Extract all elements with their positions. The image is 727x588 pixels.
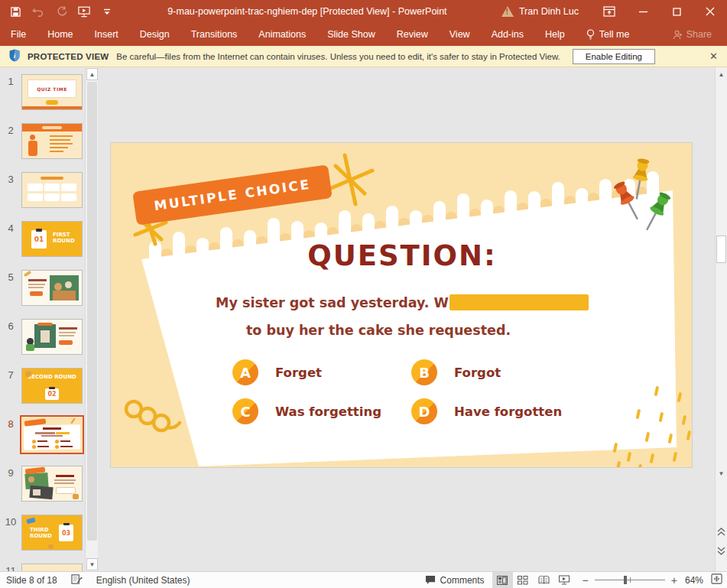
thumbnail-row-2: 2 [0, 123, 98, 172]
tab-slide-show[interactable]: Slide Show [316, 23, 386, 46]
minimize-button[interactable] [626, 0, 660, 23]
thumbnail-row-8: 8 [0, 417, 98, 466]
slide-7-thumbnail[interactable]: SECOND ROUND 02 [21, 368, 83, 404]
normal-view-button[interactable] [492, 572, 513, 588]
enable-editing-button[interactable]: Enable Editing [573, 49, 655, 64]
protected-view-message: Be careful—files from the Internet can c… [116, 52, 560, 61]
option-a-badge: A [232, 359, 258, 385]
reading-view-button[interactable] [534, 572, 554, 588]
tab-add-ins[interactable]: Add-ins [481, 23, 534, 46]
main-vertical-scrollbar[interactable]: ▲ ▼ [715, 67, 727, 571]
scroll-down-icon[interactable]: ▼ [716, 468, 727, 479]
start-slideshow-icon[interactable] [78, 5, 90, 18]
thumbnail-row-5: 5 [0, 270, 98, 319]
slide-11-thumbnail[interactable] [21, 564, 83, 571]
option-b[interactable]: B Forgot [411, 359, 590, 385]
slide-indicator[interactable]: Slide 8 of 18 [6, 575, 57, 586]
next-slide-button[interactable] [716, 543, 727, 558]
scroll-down-icon[interactable]: ▼ [86, 558, 98, 570]
comment-icon [425, 575, 436, 585]
option-b-badge: B [411, 359, 437, 385]
scrollbar-thumb[interactable] [716, 236, 726, 263]
scroll-up-icon[interactable]: ▲ [86, 68, 98, 80]
thumb-title: FIRST ROUND [53, 232, 79, 245]
option-d[interactable]: D Have forgotten [411, 398, 590, 424]
zoom-out-icon[interactable]: − [583, 574, 589, 586]
slide-5-thumbnail[interactable] [21, 270, 83, 306]
status-bar: Slide 8 of 18 English (United States) Co… [0, 571, 727, 588]
option-c-label: Was forgetting [275, 404, 381, 419]
thumbnail-row-1: 1 QUIZ TIME [0, 74, 98, 123]
close-button[interactable] [693, 0, 727, 23]
fit-slide-to-window-icon[interactable] [711, 573, 722, 586]
zoom-slider-thumb[interactable] [624, 576, 627, 584]
slide-6-thumbnail[interactable] [21, 319, 83, 355]
answer-options: A Forget B Forgot C Was forgetting D Hav… [232, 359, 590, 424]
question-line-1: My sister got sad yesterday. W [111, 294, 693, 310]
tab-transitions[interactable]: Transitions [180, 23, 248, 46]
slide-9-thumbnail[interactable] [21, 466, 83, 502]
current-slide[interactable]: MULTIPLE CHOICE QUESTION: My sister got … [110, 142, 693, 468]
zoom-slider-track[interactable] [595, 580, 665, 580]
protected-view-label: PROTECTED VIEW [28, 52, 109, 61]
slide-number: 8 [0, 417, 21, 466]
option-c-badge: C [232, 398, 258, 424]
zoom-level[interactable]: 64% [685, 575, 703, 586]
share-label: Share [686, 29, 712, 40]
slide-number: 1 [0, 74, 21, 123]
slide-number: 10 [0, 515, 21, 564]
account-warning-icon [501, 6, 514, 17]
tab-home[interactable]: Home [37, 23, 83, 46]
tab-animations[interactable]: Animations [248, 23, 316, 46]
option-d-badge: D [411, 398, 437, 424]
slide-4-thumbnail[interactable]: 01 FIRST ROUND [21, 221, 83, 257]
protected-view-bar: i PROTECTED VIEW Be careful—files from t… [0, 46, 727, 67]
tab-file[interactable]: File [0, 23, 37, 46]
slide-3-thumbnail[interactable] [21, 172, 83, 208]
comments-button[interactable]: Comments [425, 575, 485, 586]
maximize-button[interactable] [660, 0, 693, 23]
proofing-icon[interactable] [71, 573, 83, 587]
slide-thumbnail-panel: 1 QUIZ TIME 2 [0, 67, 98, 571]
zoom-in-icon[interactable]: + [671, 574, 677, 586]
slide-number: 5 [0, 270, 21, 319]
thumbnail-row-9: 9 [0, 466, 98, 515]
save-icon[interactable] [9, 5, 21, 18]
close-bar-icon[interactable]: ✕ [709, 50, 727, 62]
tab-review[interactable]: Review [386, 23, 439, 46]
share-button[interactable]: Share [673, 29, 727, 40]
previous-slide-button[interactable] [716, 525, 727, 540]
thumbnail-row-10: 10 THIRD ROUND 03 [0, 515, 98, 564]
slide-2-thumbnail[interactable] [21, 123, 83, 159]
account-chip[interactable]: Tran Dinh Luc [501, 6, 592, 17]
customize-qat-icon[interactable] [101, 5, 113, 18]
thumbnail-row-11: 11 [0, 564, 98, 571]
tab-insert[interactable]: Insert [84, 23, 129, 46]
tab-help[interactable]: Help [534, 23, 576, 46]
thumbnail-scrollbar[interactable]: ▲ ▼ [85, 67, 98, 571]
shield-icon: i [9, 49, 20, 63]
thumb-title: QUIZ TIME [37, 86, 67, 92]
option-a-label: Forget [275, 365, 322, 380]
slide-1-thumbnail[interactable]: QUIZ TIME [21, 74, 83, 110]
slide-8-thumbnail-selected[interactable] [20, 415, 84, 454]
scroll-up-icon[interactable]: ▲ [716, 69, 727, 80]
share-person-icon [673, 30, 683, 40]
redo-icon [55, 5, 67, 18]
tell-me-box[interactable]: Tell me [576, 29, 641, 41]
tab-design[interactable]: Design [129, 23, 180, 46]
scrollbar-thumb[interactable] [87, 82, 97, 541]
option-a[interactable]: A Forget [232, 359, 411, 385]
slide-10-thumbnail[interactable]: THIRD ROUND 03 [21, 515, 83, 551]
thumb-badge: 03 [62, 530, 70, 537]
ribbon-display-options-icon[interactable] [592, 0, 626, 23]
slideshow-view-button[interactable] [554, 572, 575, 588]
view-switcher [492, 572, 575, 588]
slide-sorter-view-button[interactable] [513, 572, 534, 588]
language-indicator[interactable]: English (United States) [96, 575, 190, 586]
thumb-title: THIRD ROUND [30, 527, 57, 540]
option-c[interactable]: C Was forgetting [232, 398, 411, 424]
tab-view[interactable]: View [439, 23, 481, 46]
slide-canvas: MULTIPLE CHOICE QUESTION: My sister got … [98, 67, 715, 571]
slide-number: 7 [0, 368, 21, 417]
